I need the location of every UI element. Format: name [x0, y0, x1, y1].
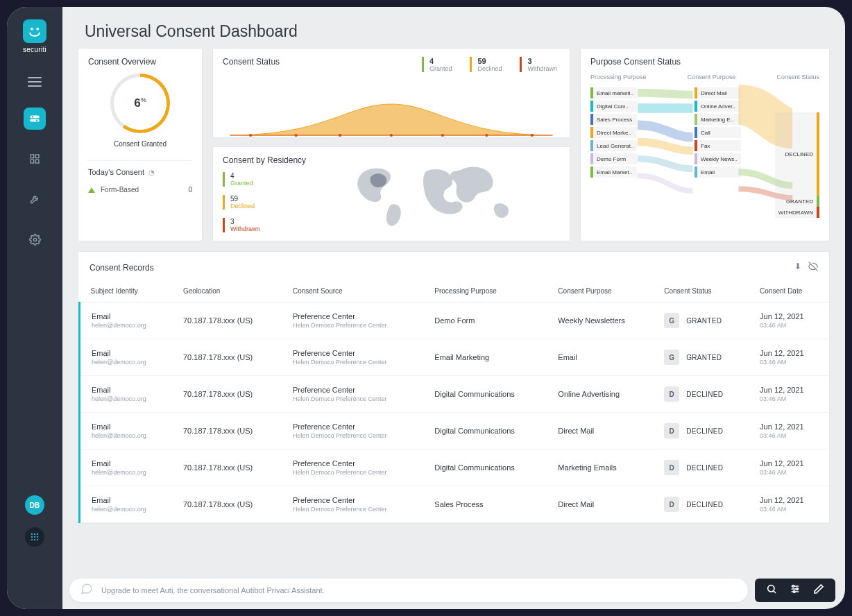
table-row[interactable]: Emailhelen@democo.org70.187.178.xxx (US)… [80, 302, 830, 339]
svg-point-27 [531, 134, 534, 137]
table-header[interactable]: Consent Source [286, 280, 427, 302]
form-based-label: Form-Based [101, 186, 139, 194]
table-header[interactable]: Subject Identity [80, 280, 176, 302]
sankey-node: Sales Process [590, 114, 637, 125]
sankey-col3-header: Consent Status [776, 74, 819, 80]
granted-label: Granted [429, 65, 452, 72]
overview-title: Consent Overview [88, 57, 192, 67]
table-header[interactable]: Consent Purpose [551, 280, 657, 302]
declined-count: 59 [477, 57, 502, 65]
svg-point-12 [34, 533, 35, 535]
sankey-node: GRANTED [775, 196, 819, 207]
records-table: Subject IdentityGeolocationConsent Sourc… [78, 280, 829, 523]
triangle-up-icon [88, 187, 95, 193]
consent-residency-card: Consent by Residency 4Granted 59Declined… [212, 146, 570, 241]
table-row[interactable]: Emailhelen@democo.org70.187.178.xxx (US)… [80, 376, 830, 413]
user-avatar[interactable]: DB [25, 495, 44, 515]
svg-point-35 [793, 591, 795, 593]
gauge-unit: % [141, 96, 146, 103]
purpose-consent-status-card: Purpose Consent Status Processing Purpos… [580, 48, 830, 241]
svg-point-16 [37, 536, 38, 538]
clock-icon: ◔ [148, 169, 155, 176]
apps-grid-icon[interactable] [25, 527, 44, 547]
consent-overview-card: Consent Overview 6% Consent Granted Toda… [78, 48, 203, 241]
svg-point-4 [32, 116, 33, 117]
nav-tools-icon[interactable] [24, 188, 46, 210]
gauge-value: 6 [134, 96, 140, 110]
svg-point-21 [249, 134, 252, 137]
form-based-value: 0 [188, 186, 192, 194]
chat-icon [80, 583, 93, 598]
sankey-node: Email marketi.. [590, 87, 637, 99]
svg-point-5 [36, 119, 37, 121]
svg-point-17 [31, 539, 33, 540]
sankey-node: Email [695, 166, 741, 178]
svg-point-19 [37, 539, 38, 540]
brand-logo-icon [23, 19, 46, 43]
svg-rect-7 [35, 155, 39, 158]
sidebar: securiti DB [7, 7, 62, 609]
sankey-node: DECLINED [775, 112, 819, 196]
download-icon[interactable]: ⬇ [794, 262, 801, 273]
svg-point-25 [441, 134, 444, 137]
svg-point-23 [339, 134, 341, 137]
res-granted-count: 4 [230, 172, 306, 180]
res-declined-count: 59 [230, 195, 306, 203]
consent-status-card: Consent Status 4Granted 59Declined 3With… [212, 48, 570, 138]
search-icon[interactable] [766, 583, 777, 597]
assistant-bar[interactable]: Upgrade to meet Auti, the conversational… [69, 579, 748, 602]
table-header[interactable]: Consent Date [753, 280, 829, 302]
sankey-node: Weekly News.. [695, 153, 741, 164]
table-row[interactable]: Emailhelen@democo.org70.187.178.xxx (US)… [80, 450, 830, 486]
svg-rect-8 [31, 160, 34, 163]
consent-records-card: Consent Records ⬇ Subject IdentityGeoloc… [78, 251, 830, 524]
svg-point-22 [295, 134, 298, 137]
nav-settings-icon[interactable] [24, 228, 46, 250]
sliders-icon[interactable] [790, 583, 801, 597]
sankey-node: Lead Generat.. [590, 140, 637, 151]
sankey-diagram: Email marketi..Digital Com..Sales Proces… [590, 85, 819, 223]
svg-point-28 [768, 585, 774, 592]
world-map [320, 155, 560, 232]
assistant-prompt: Upgrade to meet Auti, the conversational… [101, 586, 325, 594]
sankey-node: WITHDRAWN [775, 207, 819, 218]
svg-point-1 [36, 28, 39, 31]
sankey-node: Marketing E.. [695, 114, 741, 125]
svg-point-15 [34, 536, 35, 538]
table-header[interactable]: Geolocation [176, 280, 286, 302]
sankey-node: Email Market.. [590, 166, 637, 178]
withdrawn-label: Withdrawn [527, 65, 557, 72]
table-row[interactable]: Emailhelen@democo.org70.187.178.xxx (US)… [80, 413, 830, 450]
sankey-title: Purpose Consent Status [590, 57, 819, 67]
table-header[interactable]: Consent Status [657, 280, 753, 302]
brand-name: securiti [23, 46, 46, 53]
sankey-node: Online Adver.. [695, 101, 741, 112]
consent-gauge: 6% [110, 74, 170, 133]
nav-dashboard-icon[interactable] [24, 148, 46, 170]
svg-point-13 [37, 533, 38, 535]
svg-point-11 [31, 533, 33, 535]
res-granted-label: Granted [230, 180, 306, 187]
edit-icon[interactable] [813, 583, 824, 597]
res-declined-label: Declined [230, 203, 306, 209]
sankey-node: Fax [695, 140, 741, 151]
svg-rect-6 [31, 155, 34, 158]
svg-rect-2 [30, 116, 40, 119]
footer-tools [755, 579, 835, 602]
visibility-off-icon[interactable] [808, 262, 818, 273]
declined-label: Declined [477, 65, 502, 72]
sankey-col1-header: Processing Purpose [590, 74, 647, 80]
svg-point-33 [792, 585, 794, 588]
sankey-col2-header: Consent Purpose [688, 74, 736, 80]
table-row[interactable]: Emailhelen@democo.org70.187.178.xxx (US)… [80, 339, 830, 376]
table-header[interactable]: Processing Purpose [427, 280, 551, 302]
res-withdrawn-label: Withdrawn [230, 225, 306, 232]
svg-point-0 [31, 28, 33, 31]
nav-consent-icon[interactable] [24, 108, 46, 130]
brand-logo[interactable]: securiti [23, 19, 46, 53]
granted-count: 4 [429, 57, 452, 65]
page-title: Universal Consent Dashboard [62, 7, 845, 48]
menu-toggle-icon[interactable] [28, 77, 42, 87]
table-row[interactable]: Emailhelen@democo.org70.187.178.xxx (US)… [80, 486, 830, 523]
svg-point-24 [390, 134, 393, 137]
